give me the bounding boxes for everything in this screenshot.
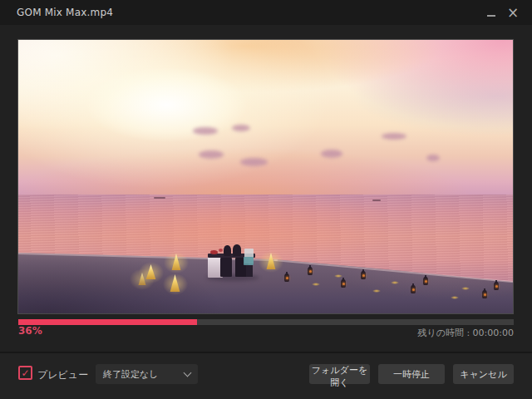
footer-bar: ✓ プレビュー 終了設定なし フォルダーを開く 一時停止 キャンセル — [0, 352, 532, 399]
ground-light — [372, 289, 381, 293]
oil-lantern — [308, 267, 313, 275]
window-title: GOM Mix Max.mp4 — [17, 7, 113, 18]
table-flowers — [210, 250, 218, 254]
ground-light — [334, 274, 342, 278]
window-controls: × — [480, 0, 524, 25]
cloud-puff — [382, 133, 406, 140]
ground-light — [391, 281, 399, 284]
close-button[interactable]: × — [502, 0, 524, 25]
oil-lantern — [284, 273, 289, 282]
person-silhouette — [224, 245, 231, 256]
progress-bar-track — [18, 319, 514, 325]
chair — [220, 258, 232, 277]
ground-light — [461, 287, 470, 290]
boat-speck — [154, 197, 165, 199]
boat-speck — [372, 200, 381, 201]
cloud-puff — [321, 150, 342, 158]
open-folder-button[interactable]: フォルダーを開く — [309, 364, 370, 384]
oil-lantern — [482, 290, 487, 298]
check-icon: ✓ — [21, 368, 29, 378]
footer-buttons: フォルダーを開く 一時停止 キャンセル — [309, 364, 514, 384]
oil-lantern — [494, 282, 499, 290]
remaining-time: 残りの時間 : 00:00:00 — [417, 327, 514, 339]
person-silhouette — [233, 244, 241, 256]
pause-button[interactable]: 一時停止 — [378, 364, 445, 384]
ground-light — [451, 296, 459, 299]
preview-label: プレビュー — [37, 368, 88, 382]
oil-lantern — [411, 285, 416, 293]
oil-lantern — [361, 271, 366, 279]
oil-lantern — [423, 277, 428, 285]
preview-checkbox[interactable]: ✓ — [18, 366, 32, 380]
minimize-icon — [487, 15, 495, 17]
chevron-down-icon — [184, 369, 192, 377]
ground-light — [312, 283, 320, 286]
glowing-cone-lantern — [171, 254, 181, 270]
chair-legs — [246, 265, 253, 277]
cloud-puff — [199, 150, 224, 159]
cloud-puff — [232, 125, 250, 131]
cancel-button[interactable]: キャンセル — [453, 364, 514, 384]
close-icon: × — [507, 6, 519, 20]
table-flowers — [219, 249, 223, 252]
progress-fill — [18, 319, 197, 325]
oil-lantern — [341, 279, 346, 288]
video-preview — [17, 39, 514, 314]
end-action-dropdown[interactable]: 終了設定なし — [96, 364, 198, 384]
glowing-cone-lantern — [170, 274, 180, 292]
cloud-puff — [193, 127, 218, 135]
glowing-cone-lantern — [266, 253, 276, 269]
cloud-puff — [240, 158, 268, 166]
glowing-cone-lantern — [145, 264, 156, 279]
sunset-sky — [18, 40, 513, 195]
chair-cushion — [244, 257, 254, 265]
cloud-puff — [426, 155, 440, 161]
minimize-button[interactable] — [480, 0, 502, 25]
titlebar: GOM Mix Max.mp4 × — [0, 0, 532, 25]
progress-percent: 36% — [18, 325, 42, 337]
dropdown-value: 終了設定なし — [103, 368, 159, 381]
